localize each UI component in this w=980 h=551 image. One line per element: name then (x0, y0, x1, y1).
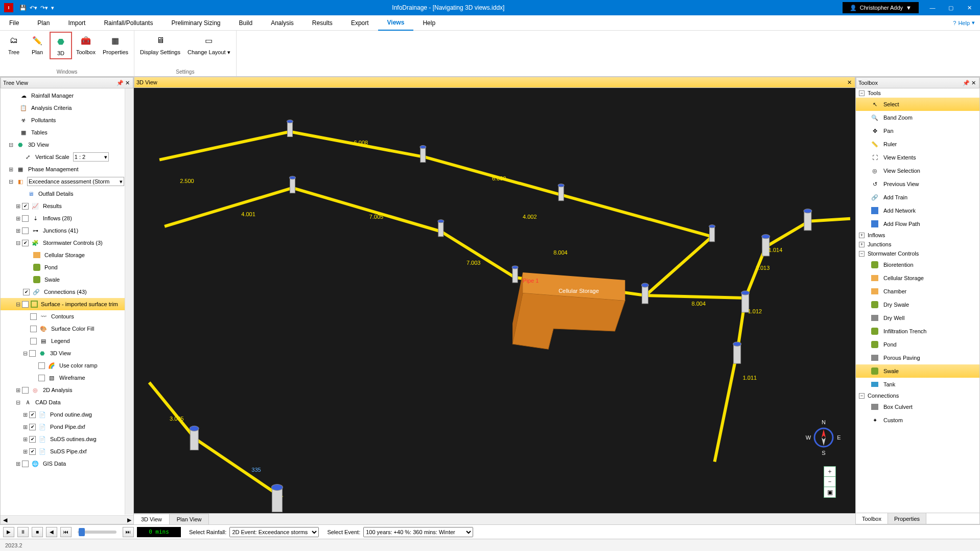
undo-icon[interactable]: ↶▾ (30, 5, 37, 11)
compass[interactable]: N E S W (804, 418, 843, 457)
tree-analysis-criteria[interactable]: 📋Analysis Criteria (1, 102, 133, 114)
collapse-icon[interactable]: − (859, 393, 865, 399)
swc-bioretention[interactable]: Bioretention (856, 258, 979, 271)
tree-3d-view[interactable]: ⊟⬣3D View (1, 139, 133, 151)
expand-icon[interactable]: ⊞ (15, 215, 21, 222)
collapse-icon[interactable]: ⊟ (8, 142, 14, 148)
toolbox-group-connections[interactable]: −Connections (856, 391, 979, 400)
tree-exceedance-combo[interactable]: ⊟◧Exceedance assessment (Storm▾ (1, 175, 133, 188)
expand-icon[interactable]: ⊞ (22, 411, 28, 418)
swc-pond[interactable]: Pond (856, 338, 979, 351)
checkbox[interactable] (30, 338, 37, 345)
swc-dry-swale[interactable]: Dry Swale (856, 298, 979, 311)
expand-icon[interactable]: ⊞ (22, 424, 28, 430)
checkbox[interactable] (29, 448, 36, 455)
close-icon[interactable]: ✕ (970, 80, 977, 86)
tree-pond-pipe[interactable]: ⊞📄Pond Pipe.dxf (1, 421, 133, 433)
select-rainfall-dropdown[interactable]: 2D Event: Exceedance storms (229, 527, 319, 537)
tree-pond[interactable]: Pond (1, 261, 133, 273)
tool-ruler[interactable]: 📏Ruler (856, 137, 979, 151)
tree-phase-management[interactable]: ⊞▦Phase Management (1, 163, 133, 175)
checkbox[interactable] (22, 203, 29, 210)
ribbon-properties-button[interactable]: ▦Properties (100, 32, 131, 57)
menu-preliminary-sizing[interactable]: Preliminary Sizing (162, 15, 229, 31)
checkbox[interactable] (22, 387, 29, 394)
tool-pan[interactable]: ✥Pan (856, 124, 979, 137)
skip-end-button[interactable]: ⏭ (123, 527, 134, 537)
menu-views[interactable]: Views (378, 15, 414, 31)
ribbon-change-layout-button[interactable]: ▭Change Layout ▾ (184, 32, 234, 58)
scroll-right-icon[interactable]: ▶ (125, 517, 133, 523)
expand-icon[interactable]: ⊞ (8, 166, 14, 173)
tool-view-selection[interactable]: ◎View Selection (856, 164, 979, 177)
checkbox[interactable] (29, 350, 36, 357)
toolbox-group-inflows[interactable]: +Inflows (856, 231, 979, 240)
ribbon-plan-button[interactable]: ✏️Plan (26, 32, 49, 57)
conn-box-culvert[interactable]: Box Culvert (856, 400, 979, 414)
checkbox[interactable] (38, 375, 45, 381)
collapse-icon[interactable]: − (859, 251, 865, 257)
select-event-dropdown[interactable]: 100 years: +40 %: 360 mins: Winter (363, 527, 473, 537)
conn-custom[interactable]: ✦Custom (856, 414, 979, 427)
pause-button[interactable]: ⏸ (17, 527, 29, 537)
tree-horizontal-scrollbar[interactable]: ◀▶ (1, 515, 133, 524)
checkbox[interactable] (29, 436, 36, 443)
stop-button[interactable]: ■ (32, 527, 43, 537)
tree-legend[interactable]: ▤Legend (1, 335, 133, 347)
tree-results[interactable]: ⊞📈Results (1, 200, 133, 212)
swc-dry-well[interactable]: Dry Well (856, 311, 979, 325)
user-menu[interactable]: 👤 Christopher Addy ▼ (843, 2, 919, 13)
tab-plan-view[interactable]: Plan View (170, 514, 209, 524)
toolbox-header[interactable]: Toolbox 📌 ✕ (856, 77, 979, 88)
ribbon-tree-button[interactable]: 🗂Tree (3, 32, 25, 57)
tree-pond-outline[interactable]: ⊞📄Pond outine.dwg (1, 408, 133, 421)
swc-swale[interactable]: Swale (856, 364, 979, 378)
play-button[interactable]: ▶ (3, 527, 14, 537)
tool-band-zoom[interactable]: 🔍Band Zoom (856, 111, 979, 124)
swc-infiltration-trench[interactable]: Infiltration Trench (856, 325, 979, 338)
help-button[interactable]: ? Help ▾ (953, 19, 975, 26)
expand-icon[interactable]: ⊞ (22, 436, 28, 443)
checkbox[interactable] (29, 424, 36, 430)
tree-contours[interactable]: 〰Contours (1, 310, 133, 323)
tree-stormwater-controls[interactable]: ⊟🧩Stormwater Controls (3) (1, 237, 133, 249)
tool-add-flow-path[interactable]: Add Flow Path (856, 217, 979, 231)
tab-properties[interactable]: Properties (888, 513, 926, 524)
tree-vertical-scrollbar[interactable] (125, 88, 133, 515)
checkbox[interactable] (29, 411, 36, 418)
checkbox[interactable] (23, 289, 30, 295)
tree-gis-data[interactable]: ⊞🌐GIS Data (1, 457, 133, 470)
checkbox[interactable] (30, 313, 37, 320)
time-slider[interactable] (78, 531, 116, 534)
expand-icon[interactable]: ⊞ (15, 461, 21, 467)
swc-tank[interactable]: Tank (856, 378, 979, 391)
menu-build[interactable]: Build (229, 15, 262, 31)
pin-icon[interactable]: 📌 (116, 80, 124, 86)
tree-2d-analysis[interactable]: ⊞◎2D Analysis (1, 384, 133, 396)
menu-plan[interactable]: Plan (28, 15, 59, 31)
vertical-scale-combo[interactable]: 1 : 2▾ (73, 152, 109, 162)
tab-toolbox[interactable]: Toolbox (856, 513, 888, 524)
expand-icon[interactable]: + (859, 233, 865, 238)
toolbox-group-junctions[interactable]: +Junctions (856, 240, 979, 249)
tab-3d-view[interactable]: 3D View (134, 514, 170, 524)
checkbox[interactable] (30, 326, 37, 332)
tree-view-header[interactable]: Tree View 📌 ✕ (1, 77, 133, 88)
maximize-button[interactable]: ▢ (942, 1, 960, 14)
tree-vertical-scale[interactable]: ⤢Vertical Scale 1 : 2▾ (1, 151, 133, 163)
tool-add-network[interactable]: Add Network (856, 204, 979, 217)
slider-thumb[interactable] (79, 528, 85, 536)
scroll-left-icon[interactable]: ◀ (1, 517, 9, 523)
checkbox[interactable] (38, 362, 45, 369)
collapse-icon[interactable]: ⊟ (22, 350, 28, 357)
menu-help[interactable]: Help (413, 15, 445, 31)
close-icon[interactable]: ✕ (124, 80, 131, 86)
zoom-extents-button[interactable]: ▣ (824, 487, 835, 497)
expand-icon[interactable]: ⊞ (15, 203, 21, 210)
tree-surface-color-fill[interactable]: 🎨Surface Color Fill (1, 323, 133, 335)
menu-export[interactable]: Export (342, 15, 378, 31)
checkbox[interactable] (22, 461, 29, 467)
zoom-in-button[interactable]: ＋ (824, 467, 835, 477)
collapse-icon[interactable]: ⊟ (15, 399, 21, 406)
collapse-icon[interactable]: − (859, 90, 865, 96)
